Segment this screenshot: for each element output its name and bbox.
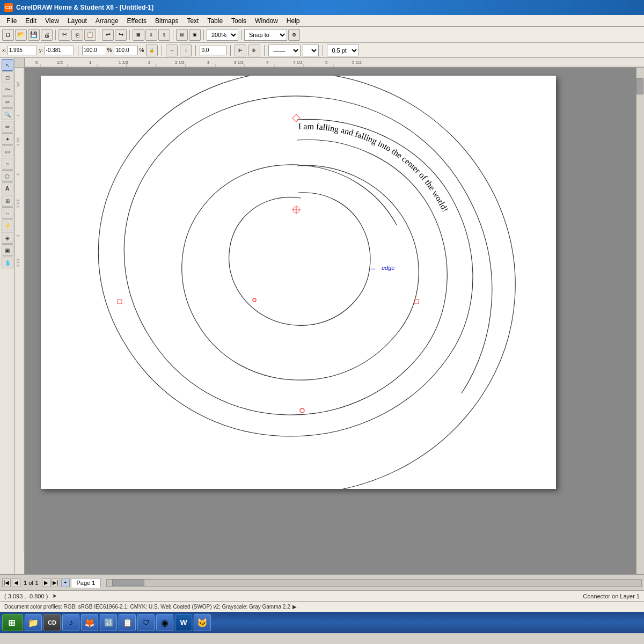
page-tabs-bar: |◀ ◀ 1 of 1 ▶ ▶| + Page 1	[0, 574, 644, 590]
print-button[interactable]: 🖨	[41, 29, 53, 41]
page-next-btn[interactable]: ▶	[42, 579, 50, 587]
app6-btn[interactable]: 📋	[119, 614, 136, 631]
status-left: ( 3.093 , -0.800 ) ➤	[4, 592, 57, 599]
menu-view[interactable]: View	[41, 16, 63, 26]
svg-text:5 1/2: 5 1/2	[352, 60, 362, 65]
canvas-scroll[interactable]: I am falling and falling into the center…	[25, 68, 644, 574]
crop-tool[interactable]: ✂	[2, 96, 13, 108]
coreldraw-taskbar-btn[interactable]: CD	[43, 614, 61, 631]
smear-tool[interactable]: 〜	[2, 84, 13, 96]
calculator-btn[interactable]: 🔢	[100, 614, 117, 631]
color-profile-info: Document color profiles: RGB: sRGB IEC61…	[4, 604, 290, 610]
open-button[interactable]: 📂	[15, 29, 27, 41]
zoom-select[interactable]: 200% 100% 75% 50%	[207, 29, 238, 41]
new-button[interactable]: 🗋	[2, 29, 14, 41]
line-end-select[interactable]: →	[303, 45, 319, 56]
app11-btn[interactable]: 🐱	[194, 614, 211, 631]
text-tool[interactable]: A	[2, 182, 13, 194]
freehand-tool[interactable]: ✏	[2, 121, 13, 133]
line-style-select[interactable]: ——	[268, 45, 301, 56]
avg-btn[interactable]: 🛡	[137, 614, 155, 631]
menu-effects[interactable]: Effects	[123, 16, 151, 26]
scroll-bar-v[interactable]	[636, 68, 644, 574]
width-input[interactable]	[82, 46, 106, 55]
angle-input[interactable]	[200, 46, 226, 55]
export-button[interactable]: ⇧	[158, 29, 170, 41]
app-icon: CD	[4, 3, 13, 12]
svg-text:5: 5	[325, 60, 328, 65]
separator-t2-1	[78, 45, 78, 56]
copy-button[interactable]: ⎘	[71, 29, 83, 41]
align-right-button[interactable]: ⊪	[248, 45, 260, 56]
save-button[interactable]: 💾	[28, 29, 40, 41]
svg-text:↔: ↔	[370, 266, 376, 272]
windows-icon: ⊞	[8, 618, 15, 628]
height-input[interactable]	[114, 46, 138, 55]
align-left-button[interactable]: ⊫	[235, 45, 246, 56]
menu-file[interactable]: File	[2, 16, 21, 26]
dimension-tool[interactable]: ↔	[2, 207, 13, 219]
undo-button[interactable]: ↩	[102, 29, 114, 41]
v-mirror-button[interactable]: ↕	[180, 45, 192, 56]
smart-fill-tool[interactable]: ✦	[2, 133, 13, 145]
x-coord-group: x:	[2, 46, 37, 55]
y-input[interactable]	[45, 46, 74, 55]
ellipse-tool[interactable]: ○	[2, 158, 13, 170]
page-first-btn[interactable]: |◀	[2, 579, 11, 587]
redo-button[interactable]: ↪	[115, 29, 127, 41]
separator6	[241, 30, 241, 40]
start-button[interactable]: ⊞	[2, 614, 23, 631]
itunes-btn[interactable]: ♪	[62, 614, 79, 631]
scroll-thumb-h[interactable]	[112, 580, 144, 586]
view-btn2[interactable]: ▣	[189, 29, 201, 41]
lock-ratio-button[interactable]: 🔒	[146, 45, 158, 56]
h-mirror-button[interactable]: ↔	[166, 45, 178, 56]
fill-tool[interactable]: ▣	[2, 244, 13, 256]
import-button[interactable]: ⇩	[145, 29, 157, 41]
snap-select[interactable]: Snap to	[244, 29, 287, 41]
shape-tool[interactable]: ◻	[2, 71, 13, 83]
menu-layout[interactable]: Layout	[63, 16, 91, 26]
page-tab-1[interactable]: Page 1	[71, 578, 101, 588]
snap-settings-button[interactable]: ⚙	[288, 29, 300, 41]
scroll-bar-h[interactable]	[106, 579, 642, 587]
menu-arrange[interactable]: Arrange	[91, 16, 123, 26]
rectangle-tool[interactable]: ▭	[2, 145, 13, 157]
eyedropper-tool[interactable]: 💧	[2, 257, 13, 268]
scroll-thumb-v[interactable]	[636, 78, 643, 94]
table-tool[interactable]: ⊞	[2, 195, 13, 207]
menu-text[interactable]: Text	[182, 16, 203, 26]
page-count: 1 of 1	[21, 580, 41, 586]
svg-text:3: 3	[207, 60, 210, 65]
ruler-vertical: 1/2 1 1 1/2 2 2 1/2 3 3 1/2	[15, 68, 25, 574]
svg-text:I am falling and falling into : I am falling and falling into the center…	[298, 122, 450, 214]
menu-bitmaps[interactable]: Bitmaps	[151, 16, 182, 26]
cursor-coords: ( 3.093 , -0.800 )	[4, 593, 48, 599]
arrow-icon: ➤	[52, 592, 57, 599]
polygon-tool[interactable]: ⬠	[2, 170, 13, 182]
blend-tool[interactable]: ◈	[2, 232, 13, 244]
firefox-btn[interactable]: 🦊	[81, 614, 98, 631]
menu-help[interactable]: Help	[282, 16, 304, 26]
canvas-with-ruler: 1/2 1 1 1/2 2 2 1/2 3 3 1/2	[15, 68, 644, 574]
file-explorer-btn[interactable]: 📁	[25, 614, 42, 631]
page-prev-btn[interactable]: ◀	[12, 579, 20, 587]
menu-edit[interactable]: Edit	[21, 16, 41, 26]
page-last-btn[interactable]: ▶|	[52, 579, 60, 587]
view-mode-button[interactable]: ▤	[176, 29, 188, 41]
x-input[interactable]	[8, 46, 37, 55]
menu-tools[interactable]: Tools	[227, 16, 251, 26]
paste-button[interactable]: 📋	[84, 29, 96, 41]
sep-t2-2	[162, 45, 162, 56]
select-all-button[interactable]: ▦	[133, 29, 144, 41]
menu-window[interactable]: Window	[251, 16, 282, 26]
add-page-btn[interactable]: +	[61, 579, 70, 587]
connector-tool[interactable]: ⚡	[2, 219, 13, 231]
word-btn[interactable]: W	[175, 614, 192, 631]
chrome-btn[interactable]: ◉	[156, 614, 173, 631]
cut-button[interactable]: ✂	[58, 29, 70, 41]
line-width-select[interactable]: 0.5 pt 1 pt 2 pt	[327, 45, 359, 56]
menu-table[interactable]: Table	[203, 16, 227, 26]
zoom-tool[interactable]: 🔍	[2, 108, 13, 120]
pointer-tool[interactable]: ↖	[2, 59, 13, 71]
